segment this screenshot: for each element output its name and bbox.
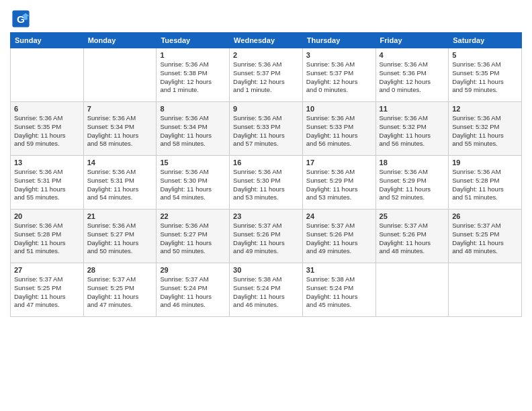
day-number: 17 <box>306 158 372 167</box>
day-info: Sunrise: 5:36 AM Sunset: 5:31 PM Dayligh… <box>14 168 80 202</box>
calendar-cell: 10Sunrise: 5:36 AM Sunset: 5:33 PM Dayli… <box>302 102 375 156</box>
day-info: Sunrise: 5:36 AM Sunset: 5:37 PM Dayligh… <box>306 60 372 95</box>
day-info: Sunrise: 5:36 AM Sunset: 5:31 PM Dayligh… <box>87 168 153 202</box>
day-number: 25 <box>380 212 445 220</box>
day-info: Sunrise: 5:36 AM Sunset: 5:32 PM Dayligh… <box>380 114 445 148</box>
day-info: Sunrise: 5:37 AM Sunset: 5:26 PM Dayligh… <box>380 222 445 256</box>
day-number: 23 <box>233 212 299 220</box>
calendar-cell: 20Sunrise: 5:36 AM Sunset: 5:28 PM Dayli… <box>11 210 84 263</box>
day-number: 15 <box>160 158 226 167</box>
day-number: 4 <box>380 51 445 59</box>
day-info: Sunrise: 5:36 AM Sunset: 5:38 PM Dayligh… <box>160 60 226 95</box>
calendar-cell: 21Sunrise: 5:36 AM Sunset: 5:27 PM Dayli… <box>83 210 157 263</box>
day-number: 30 <box>233 266 299 274</box>
day-number: 6 <box>14 105 80 113</box>
calendar-cell <box>83 48 157 102</box>
calendar-cell: 9Sunrise: 5:36 AM Sunset: 5:33 PM Daylig… <box>230 102 303 156</box>
day-number: 28 <box>87 266 153 274</box>
day-info: Sunrise: 5:36 AM Sunset: 5:34 PM Dayligh… <box>87 114 153 148</box>
day-info: Sunrise: 5:36 AM Sunset: 5:33 PM Dayligh… <box>306 114 372 148</box>
day-number: 16 <box>233 158 299 167</box>
day-info: Sunrise: 5:36 AM Sunset: 5:27 PM Dayligh… <box>87 222 153 256</box>
day-number: 5 <box>452 51 518 59</box>
calendar-cell: 2Sunrise: 5:36 AM Sunset: 5:37 PM Daylig… <box>230 48 303 102</box>
calendar-cell: 28Sunrise: 5:37 AM Sunset: 5:25 PM Dayli… <box>83 263 157 317</box>
day-number: 8 <box>160 105 226 113</box>
day-number: 2 <box>233 51 299 59</box>
day-number: 7 <box>87 105 153 113</box>
calendar-cell: 5Sunrise: 5:36 AM Sunset: 5:35 PM Daylig… <box>449 48 522 102</box>
weekday-header-wednesday: Wednesday <box>230 33 303 48</box>
calendar-cell: 3Sunrise: 5:36 AM Sunset: 5:37 PM Daylig… <box>302 48 375 102</box>
weekday-header-saturday: Saturday <box>449 33 522 48</box>
day-info: Sunrise: 5:36 AM Sunset: 5:37 PM Dayligh… <box>233 60 299 95</box>
weekday-header-sunday: Sunday <box>11 33 84 48</box>
calendar-cell: 15Sunrise: 5:36 AM Sunset: 5:30 PM Dayli… <box>157 156 230 210</box>
day-info: Sunrise: 5:36 AM Sunset: 5:35 PM Dayligh… <box>452 60 518 95</box>
calendar-cell: 22Sunrise: 5:36 AM Sunset: 5:27 PM Dayli… <box>157 210 230 263</box>
weekday-header-row: SundayMondayTuesdayWednesdayThursdayFrid… <box>11 33 522 48</box>
calendar-cell: 4Sunrise: 5:36 AM Sunset: 5:36 PM Daylig… <box>375 48 449 102</box>
day-info: Sunrise: 5:37 AM Sunset: 5:25 PM Dayligh… <box>452 222 518 256</box>
calendar-cell: 13Sunrise: 5:36 AM Sunset: 5:31 PM Dayli… <box>11 156 84 210</box>
calendar-cell: 18Sunrise: 5:36 AM Sunset: 5:29 PM Dayli… <box>375 156 449 210</box>
weekday-header-tuesday: Tuesday <box>157 33 230 48</box>
day-number: 24 <box>306 212 372 220</box>
day-info: Sunrise: 5:37 AM Sunset: 5:25 PM Dayligh… <box>14 275 80 310</box>
day-number: 14 <box>87 158 153 167</box>
calendar-cell: 8Sunrise: 5:36 AM Sunset: 5:34 PM Daylig… <box>157 102 230 156</box>
day-info: Sunrise: 5:36 AM Sunset: 5:32 PM Dayligh… <box>452 114 518 148</box>
calendar-cell: 31Sunrise: 5:38 AM Sunset: 5:24 PM Dayli… <box>302 263 375 317</box>
calendar-cell: 19Sunrise: 5:36 AM Sunset: 5:28 PM Dayli… <box>449 156 522 210</box>
day-info: Sunrise: 5:36 AM Sunset: 5:30 PM Dayligh… <box>160 168 226 202</box>
week-row-5: 27Sunrise: 5:37 AM Sunset: 5:25 PM Dayli… <box>11 263 522 317</box>
day-info: Sunrise: 5:36 AM Sunset: 5:29 PM Dayligh… <box>306 168 372 202</box>
day-number: 20 <box>14 212 80 220</box>
calendar-cell: 23Sunrise: 5:37 AM Sunset: 5:26 PM Dayli… <box>230 210 303 263</box>
day-number: 26 <box>452 212 518 220</box>
calendar-cell <box>11 48 84 102</box>
calendar-cell: 1Sunrise: 5:36 AM Sunset: 5:38 PM Daylig… <box>157 48 230 102</box>
page: G SundayMondayTuesdayWednesdayThursdayFr… <box>0 0 532 411</box>
calendar-cell: 24Sunrise: 5:37 AM Sunset: 5:26 PM Dayli… <box>302 210 375 263</box>
day-number: 21 <box>87 212 153 220</box>
day-number: 1 <box>160 51 226 59</box>
day-info: Sunrise: 5:37 AM Sunset: 5:24 PM Dayligh… <box>160 275 226 310</box>
day-number: 11 <box>380 105 445 113</box>
day-number: 18 <box>380 158 445 167</box>
calendar-cell: 29Sunrise: 5:37 AM Sunset: 5:24 PM Dayli… <box>157 263 230 317</box>
day-number: 3 <box>306 51 372 59</box>
day-info: Sunrise: 5:37 AM Sunset: 5:26 PM Dayligh… <box>306 222 372 256</box>
week-row-1: 1Sunrise: 5:36 AM Sunset: 5:38 PM Daylig… <box>11 48 522 102</box>
day-info: Sunrise: 5:38 AM Sunset: 5:24 PM Dayligh… <box>306 275 372 310</box>
calendar-cell: 6Sunrise: 5:36 AM Sunset: 5:35 PM Daylig… <box>11 102 84 156</box>
day-info: Sunrise: 5:38 AM Sunset: 5:24 PM Dayligh… <box>233 275 299 310</box>
calendar-cell: 25Sunrise: 5:37 AM Sunset: 5:26 PM Dayli… <box>375 210 449 263</box>
calendar-cell: 17Sunrise: 5:36 AM Sunset: 5:29 PM Dayli… <box>302 156 375 210</box>
day-info: Sunrise: 5:36 AM Sunset: 5:34 PM Dayligh… <box>160 114 226 148</box>
header: G <box>10 7 522 28</box>
day-number: 9 <box>233 105 299 113</box>
calendar-cell <box>375 263 449 317</box>
day-info: Sunrise: 5:36 AM Sunset: 5:33 PM Dayligh… <box>233 114 299 148</box>
day-info: Sunrise: 5:36 AM Sunset: 5:30 PM Dayligh… <box>233 168 299 202</box>
calendar-cell: 7Sunrise: 5:36 AM Sunset: 5:34 PM Daylig… <box>83 102 157 156</box>
day-info: Sunrise: 5:37 AM Sunset: 5:26 PM Dayligh… <box>233 222 299 256</box>
calendar-cell: 11Sunrise: 5:36 AM Sunset: 5:32 PM Dayli… <box>375 102 449 156</box>
calendar-cell: 30Sunrise: 5:38 AM Sunset: 5:24 PM Dayli… <box>230 263 303 317</box>
day-info: Sunrise: 5:36 AM Sunset: 5:28 PM Dayligh… <box>452 168 518 202</box>
weekday-header-friday: Friday <box>375 33 449 48</box>
weekday-header-thursday: Thursday <box>302 33 375 48</box>
calendar-cell: 14Sunrise: 5:36 AM Sunset: 5:31 PM Dayli… <box>83 156 157 210</box>
calendar-cell: 27Sunrise: 5:37 AM Sunset: 5:25 PM Dayli… <box>11 263 84 317</box>
day-number: 27 <box>14 266 80 274</box>
week-row-3: 13Sunrise: 5:36 AM Sunset: 5:31 PM Dayli… <box>11 156 522 210</box>
calendar: SundayMondayTuesdayWednesdayThursdayFrid… <box>10 32 522 317</box>
day-number: 10 <box>306 105 372 113</box>
day-number: 13 <box>14 158 80 167</box>
day-info: Sunrise: 5:36 AM Sunset: 5:36 PM Dayligh… <box>380 60 445 95</box>
calendar-cell: 26Sunrise: 5:37 AM Sunset: 5:25 PM Dayli… <box>449 210 522 263</box>
day-info: Sunrise: 5:36 AM Sunset: 5:27 PM Dayligh… <box>160 222 226 256</box>
day-info: Sunrise: 5:37 AM Sunset: 5:25 PM Dayligh… <box>87 275 153 310</box>
calendar-cell: 16Sunrise: 5:36 AM Sunset: 5:30 PM Dayli… <box>230 156 303 210</box>
